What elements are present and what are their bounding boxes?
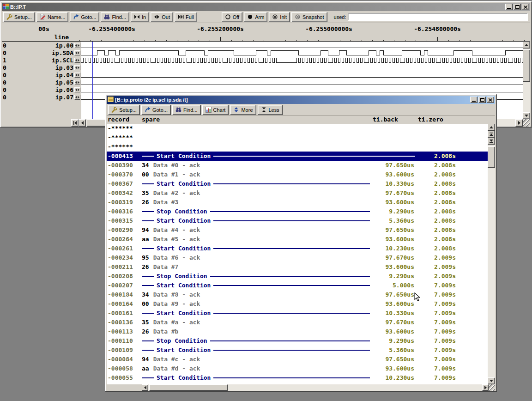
toolbar-button-out[interactable]: Out (151, 12, 173, 22)
trace-row[interactable]: -000367Start Condition10.330us2.008s (107, 179, 488, 188)
toolbar-button-less[interactable]: Less (258, 105, 283, 115)
scroll-right-button[interactable] (482, 384, 489, 391)
trace-horizontal-scroll-track[interactable] (148, 384, 482, 391)
toolbar-button-goto[interactable]: Goto... (141, 105, 171, 115)
trace-row[interactable]: -00008494Data #c - ack97.650us7.009s (107, 355, 488, 364)
signal-row[interactable]: 0ip.03 (2, 64, 81, 71)
trace-vertical-scroll-track[interactable] (488, 145, 495, 377)
scroll-left-end-button[interactable] (71, 119, 79, 127)
signal-row[interactable]: 0ip.00 (2, 42, 81, 49)
close-button[interactable] (487, 97, 494, 103)
condition-line (142, 350, 154, 351)
trace-vertical-scroll-thumb[interactable] (488, 146, 495, 168)
signal-scroll-button[interactable] (74, 65, 80, 70)
trace-row[interactable]: -00034235Data #2 - ack97.670us2.008s (107, 188, 488, 198)
trace-row[interactable]: -00011326Data #b93.600us7.009s (107, 327, 488, 336)
trace-row[interactable]: -00029094Data #4 - ack97.650us2.008s (107, 225, 488, 235)
signal-row[interactable]: 0ip.07 (2, 93, 81, 101)
resize-grip[interactable] (523, 119, 530, 127)
trace-row[interactable]: -00037000Data #1 - ack93.600us2.008s (107, 170, 488, 179)
trace-row[interactable]: -****** (107, 124, 488, 133)
main-titlebar[interactable]: B::IP.T (2, 3, 530, 11)
trace-row[interactable]: -00023495Data #6 - ack97.670us2.009s (107, 253, 488, 262)
trace-row[interactable]: -00039034Data #0 - ack97.650us2.008s (107, 161, 488, 170)
trace-row[interactable]: -000207Start Condition5.000s7.009s (107, 281, 488, 290)
signal-row[interactable]: 0ip.04 (2, 71, 81, 79)
trace-row[interactable]: -000109Start Condition5.360us7.009s (107, 346, 488, 355)
toolbar-button-find[interactable]: Find... (172, 105, 201, 115)
column-header-ti-back[interactable]: ti.back (372, 116, 417, 124)
time-cursor[interactable] (92, 42, 93, 119)
signal-row[interactable]: 1ip.SCL (2, 56, 81, 64)
toolbar-button-chart[interactable]: Chart (202, 105, 229, 115)
toolbar-button-init[interactable]: Init (269, 12, 290, 22)
scroll-right-button[interactable] (515, 119, 523, 127)
maximize-button[interactable] (514, 4, 521, 10)
toolbar-button-in[interactable]: In (131, 12, 149, 22)
signal-scroll-button[interactable] (74, 58, 80, 63)
toolbar-button-arm[interactable]: Arm (244, 12, 267, 22)
resize-grip[interactable] (489, 384, 495, 391)
condition-line (210, 340, 370, 341)
trace-row[interactable]: -000261Start Condition10.230us2.008s (107, 244, 488, 253)
trace-row[interactable]: -000161Start Condition10.330us7.009s (107, 309, 488, 318)
column-header-spare[interactable]: spare (141, 116, 372, 124)
scroll-left-button[interactable] (79, 119, 86, 127)
scroll-down-button[interactable] (523, 112, 530, 119)
main-vertical-scroll-track[interactable] (523, 49, 530, 112)
signal-row[interactable]: 0ip.05 (2, 79, 81, 86)
toolbar-button-off[interactable]: Off (222, 12, 242, 22)
toolbar-button-setup[interactable]: Setup... (3, 12, 35, 22)
column-header-ti-zero[interactable]: ti.zero (417, 116, 461, 124)
minimize-button[interactable] (505, 4, 513, 10)
trace-row[interactable]: -00031926Data #393.600us2.008s (107, 198, 488, 207)
toolbar-button-snapshot[interactable]: Snapshot (291, 12, 327, 22)
goto-last-record-button[interactable] (488, 138, 495, 145)
main-vertical-scroll-thumb[interactable] (523, 49, 530, 82)
signal-scroll-button[interactable] (74, 80, 80, 85)
trace-row[interactable]: -000055Start Condition10.230us7.009s (107, 373, 488, 383)
scroll-down-button[interactable] (488, 377, 495, 384)
trace-row[interactable]: -****** (107, 142, 488, 152)
toolbar-button-name[interactable]: Name... (36, 12, 69, 22)
trace-row[interactable]: -00018434Data #8 - ack97.650us7.009s (107, 290, 488, 299)
trace-horizontal-scroll-thumb[interactable] (149, 384, 228, 391)
toolbar-button-more[interactable]: More (230, 105, 256, 115)
close-button[interactable] (522, 4, 529, 10)
used-field[interactable] (348, 13, 528, 21)
scroll-up-button[interactable] (488, 124, 495, 131)
scroll-left-button[interactable] (142, 384, 148, 391)
spare-cell: Stop Condition (141, 336, 372, 346)
scroll-up-button[interactable] (523, 42, 530, 49)
trace-row[interactable]: -000058aaData #d - ack93.600us7.009s (107, 364, 488, 373)
data-hex: 26 (142, 262, 149, 272)
minimize-button[interactable] (470, 97, 478, 103)
signal-scroll-button[interactable] (74, 73, 80, 78)
trace-list-titlebar[interactable]: [B::ip.proto i2c ip.scl ip.sda /t] (107, 96, 495, 104)
signal-scroll-button[interactable] (74, 50, 80, 55)
spare-cell: 26Data #b (141, 327, 372, 336)
trace-row[interactable]: -000208Stop Condition9.290us2.009s (107, 272, 488, 281)
trace-row[interactable]: -000264aaData #5 - ack93.600us2.008s (107, 235, 488, 244)
toolbar-button-find[interactable]: Find... (101, 12, 129, 22)
column-header-record[interactable]: record (107, 116, 141, 124)
signal-scroll-button[interactable] (74, 43, 80, 48)
maximize-button[interactable] (478, 97, 486, 103)
signal-scroll-button[interactable] (74, 87, 80, 92)
signal-row[interactable]: 0ip.SDA (2, 49, 81, 56)
trace-row[interactable]: -000316Stop Condition9.290us2.008s (107, 207, 488, 216)
trace-row[interactable]: -000110Stop Condition9.290us7.009s (107, 336, 488, 346)
signal-row[interactable]: 0ip.06 (2, 86, 81, 93)
goto-first-record-button[interactable] (488, 131, 495, 138)
trace-row[interactable]: -00016400Data #9 - ack93.600us7.009s (107, 299, 488, 309)
ti-zero-cell: 7.009s (417, 355, 461, 364)
toolbar-button-full[interactable]: Full (175, 12, 197, 22)
toolbar-button-goto[interactable]: Goto... (70, 12, 99, 22)
trace-row[interactable]: -****** (107, 133, 488, 142)
trace-row[interactable]: -00021126Data #793.600us2.009s (107, 262, 488, 272)
toolbar-button-setup[interactable]: Setup... (108, 105, 140, 115)
trace-row[interactable]: -000413Start Condition2.008s (107, 152, 488, 161)
signal-scroll-button[interactable] (74, 95, 80, 100)
trace-row[interactable]: -000315Start Condition5.360us2.008s (107, 216, 488, 225)
trace-row[interactable]: -00013635Data #a - ack97.670us7.009s (107, 318, 488, 327)
